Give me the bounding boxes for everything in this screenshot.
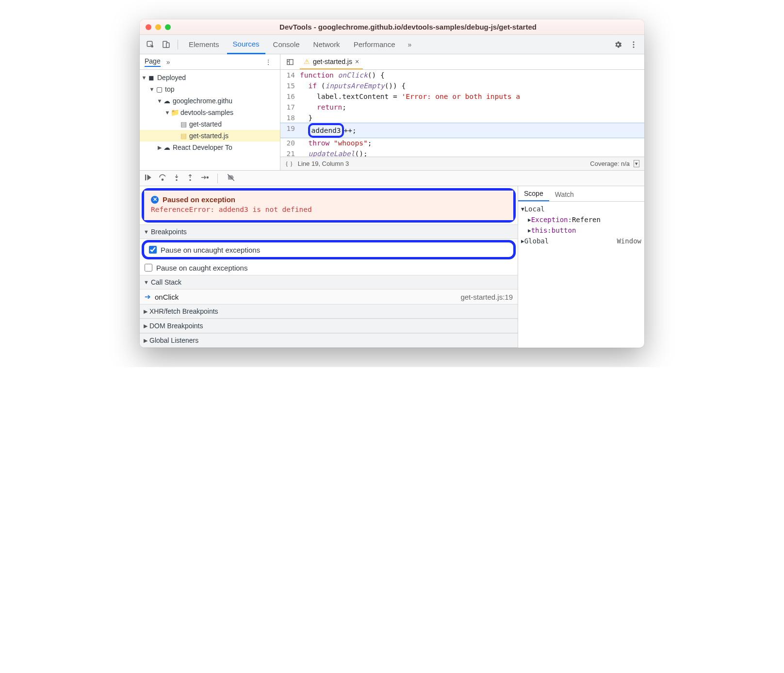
- devtools-window: DevTools - googlechrome.github.io/devtoo…: [140, 19, 644, 348]
- zoom-icon[interactable]: [165, 24, 171, 30]
- callstack-frame[interactable]: ➔ onClick get-started.js:19: [140, 289, 518, 304]
- separator: [178, 40, 178, 49]
- code-line[interactable]: 20 throw "whoops";: [280, 138, 644, 148]
- editor-tabs: ⚠ get-started.js ×: [280, 54, 644, 70]
- coverage-toggle-icon[interactable]: ▾: [634, 160, 639, 167]
- svg-point-5: [633, 46, 635, 48]
- line-number[interactable]: 17: [280, 102, 300, 112]
- tree-extension[interactable]: React Developer To: [173, 144, 232, 151]
- pause-caught-row[interactable]: Pause on caught exceptions: [140, 260, 518, 275]
- tab-elements[interactable]: Elements: [183, 35, 225, 54]
- scope-pane: Scope Watch ▼Local ▶Exception: Referen ▶…: [518, 186, 644, 348]
- pause-caught-checkbox[interactable]: [145, 264, 152, 272]
- step-into-icon[interactable]: [173, 173, 180, 183]
- code-line[interactable]: 18 }: [280, 112, 644, 123]
- navigator-more-icon[interactable]: »: [166, 58, 170, 66]
- scope-local[interactable]: Local: [524, 205, 545, 213]
- tab-console[interactable]: Console: [267, 35, 306, 54]
- code-line[interactable]: 16 label.textContent = 'Error: one or bo…: [280, 91, 644, 102]
- line-number[interactable]: 14: [280, 70, 300, 80]
- scope-exception-key[interactable]: Exception: [531, 216, 568, 224]
- resume-icon[interactable]: [144, 173, 152, 183]
- frame-name: onClick: [155, 293, 179, 301]
- tree-folder[interactable]: devtools-samples: [180, 109, 233, 116]
- tree-file-html[interactable]: get-started: [189, 120, 222, 128]
- minimize-icon[interactable]: [155, 24, 161, 30]
- tree-file-js[interactable]: get-started.js: [189, 132, 229, 140]
- navigator-tabs: Page » ⋮: [140, 54, 280, 70]
- tab-sources[interactable]: Sources: [227, 35, 265, 54]
- code-line[interactable]: 17 return;: [280, 102, 644, 112]
- debugger-panes: ✕ Paused on exception ReferenceError: ad…: [140, 186, 644, 348]
- step-over-icon[interactable]: [158, 173, 167, 183]
- code-content[interactable]: function onClick() {: [300, 70, 385, 80]
- line-number[interactable]: 16: [280, 91, 300, 102]
- pause-uncaught-row[interactable]: Pause on uncaught exceptions: [144, 242, 513, 257]
- xhr-breakpoints-header[interactable]: ▶XHR/fetch Breakpoints: [140, 304, 518, 319]
- close-icon[interactable]: [146, 24, 151, 30]
- frame-icon: ▢: [155, 85, 163, 93]
- code-editor[interactable]: 14function onClick() {15 if (inputsAreEm…: [280, 70, 644, 157]
- format-icon[interactable]: { }: [285, 160, 293, 168]
- more-tabs-icon[interactable]: »: [403, 38, 417, 51]
- code-content[interactable]: updateLabel();: [300, 148, 368, 157]
- deactivate-breakpoints-icon[interactable]: [227, 173, 235, 183]
- line-number[interactable]: 18: [280, 112, 300, 123]
- step-out-icon[interactable]: [186, 173, 194, 183]
- code-line[interactable]: 15 if (inputsAreEmpty()) {: [280, 80, 644, 91]
- callstack-header[interactable]: ▼Call Stack: [140, 275, 518, 289]
- cursor-position: Line 19, Column 3: [298, 160, 349, 167]
- device-toggle-icon[interactable]: [159, 38, 173, 51]
- paused-title: Paused on exception: [163, 195, 235, 204]
- file-tree[interactable]: ▼◼Deployed ▼▢top ▼☁googlechrome.githu ▼📁…: [140, 70, 280, 170]
- debugger-toolbar: [140, 171, 644, 186]
- tree-top[interactable]: top: [165, 85, 174, 93]
- current-frame-icon: ➔: [145, 292, 151, 301]
- scope-this-key[interactable]: this: [531, 226, 548, 234]
- svg-point-11: [207, 177, 208, 178]
- dom-breakpoints-header[interactable]: ▶DOM Breakpoints: [140, 319, 518, 333]
- close-tab-icon[interactable]: ×: [355, 58, 359, 65]
- toggle-navigator-icon[interactable]: [283, 55, 297, 69]
- code-content[interactable]: }: [300, 112, 312, 123]
- tab-performance[interactable]: Performance: [348, 35, 401, 54]
- line-number[interactable]: 19: [280, 123, 300, 138]
- navigator-menu-icon[interactable]: ⋮: [261, 55, 275, 69]
- cloud-icon: ☁: [163, 144, 171, 151]
- inspect-icon[interactable]: [144, 38, 157, 51]
- warning-icon: ⚠: [304, 58, 310, 65]
- breakpoints-header[interactable]: ▼Breakpoints: [140, 224, 518, 239]
- svg-point-4: [633, 44, 635, 45]
- code-line[interactable]: 14function onClick() {: [280, 70, 644, 80]
- paused-banner: ✕ Paused on exception ReferenceError: ad…: [144, 191, 513, 220]
- global-listeners-header[interactable]: ▶Global Listeners: [140, 333, 518, 348]
- code-content[interactable]: throw "whoops";: [300, 138, 372, 148]
- scope-global-val: Window: [617, 237, 641, 245]
- line-number[interactable]: 20: [280, 138, 300, 148]
- tab-network[interactable]: Network: [308, 35, 346, 54]
- code-content[interactable]: return;: [300, 102, 346, 112]
- navigator-tab-page[interactable]: Page: [145, 57, 161, 67]
- line-number[interactable]: 21: [280, 148, 300, 157]
- line-number[interactable]: 15: [280, 80, 300, 91]
- document-icon: ▤: [180, 120, 187, 128]
- kebab-menu-icon[interactable]: [627, 38, 640, 51]
- tab-watch[interactable]: Watch: [549, 188, 580, 201]
- code-line[interactable]: 19 addend3++;: [280, 123, 644, 138]
- step-icon[interactable]: [200, 173, 209, 183]
- editor-tab-label: get-started.js: [313, 58, 352, 65]
- scope-global-key[interactable]: Global: [524, 237, 549, 245]
- code-line[interactable]: 21 updateLabel();: [280, 148, 644, 157]
- editor-tab-file[interactable]: ⚠ get-started.js ×: [300, 55, 363, 69]
- settings-icon[interactable]: [611, 38, 625, 51]
- tree-root[interactable]: Deployed: [157, 74, 186, 81]
- tree-domain[interactable]: googlechrome.githu: [173, 97, 232, 105]
- titlebar: DevTools - googlechrome.github.io/devtoo…: [140, 19, 644, 35]
- code-content[interactable]: if (inputsAreEmpty()) {: [300, 80, 406, 91]
- code-content[interactable]: label.textContent = 'Error: one or both …: [300, 91, 520, 102]
- code-content[interactable]: addend3++;: [300, 123, 357, 138]
- scope-tree[interactable]: ▼Local ▶Exception: Referen ▶this: button…: [518, 202, 644, 248]
- svg-point-9: [176, 179, 177, 181]
- tab-scope[interactable]: Scope: [518, 187, 549, 201]
- pause-uncaught-checkbox[interactable]: [149, 246, 157, 254]
